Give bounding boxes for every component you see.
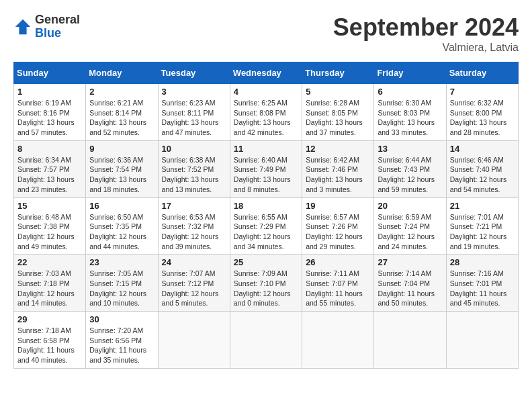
- day-number: 9: [89, 144, 154, 154]
- calendar-cell: 20Sunrise: 6:59 AM Sunset: 7:24 PM Dayli…: [374, 197, 446, 255]
- day-info: Sunrise: 6:32 AM Sunset: 8:00 PM Dayligh…: [450, 98, 515, 138]
- month-title: September 2024: [333, 13, 519, 42]
- calendar-header-saturday: Saturday: [446, 62, 518, 84]
- day-info: Sunrise: 7:14 AM Sunset: 7:04 PM Dayligh…: [378, 269, 442, 308]
- day-info: Sunrise: 6:57 AM Sunset: 7:26 PM Dayligh…: [306, 212, 370, 252]
- calendar-cell: 22Sunrise: 7:03 AM Sunset: 7:18 PM Dayli…: [14, 255, 86, 312]
- day-number: 30: [89, 314, 154, 324]
- calendar-cell: 10Sunrise: 6:38 AM Sunset: 7:52 PM Dayli…: [158, 140, 230, 197]
- day-number: 22: [17, 257, 82, 267]
- calendar-header-row: SundayMondayTuesdayWednesdayThursdayFrid…: [14, 62, 519, 84]
- day-info: Sunrise: 7:07 AM Sunset: 7:12 PM Dayligh…: [162, 269, 226, 308]
- day-info: Sunrise: 6:36 AM Sunset: 7:54 PM Dayligh…: [89, 155, 154, 195]
- day-info: Sunrise: 7:16 AM Sunset: 7:01 PM Dayligh…: [450, 269, 515, 308]
- calendar-cell: 30Sunrise: 7:20 AM Sunset: 6:56 PM Dayli…: [86, 312, 158, 369]
- day-number: 13: [378, 144, 442, 154]
- day-number: 24: [162, 257, 226, 267]
- calendar-cell: [446, 312, 518, 369]
- day-number: 1: [17, 87, 82, 97]
- day-number: 17: [162, 201, 226, 211]
- calendar-cell: 5Sunrise: 6:28 AM Sunset: 8:05 PM Daylig…: [302, 84, 374, 141]
- calendar-cell: 26Sunrise: 7:11 AM Sunset: 7:07 PM Dayli…: [302, 255, 374, 312]
- day-number: 10: [162, 144, 226, 154]
- calendar-cell: 4Sunrise: 6:25 AM Sunset: 8:08 PM Daylig…: [230, 84, 302, 141]
- day-info: Sunrise: 6:25 AM Sunset: 8:08 PM Dayligh…: [234, 98, 298, 138]
- calendar-cell: 6Sunrise: 6:30 AM Sunset: 8:03 PM Daylig…: [374, 84, 446, 141]
- day-info: Sunrise: 7:18 AM Sunset: 6:58 PM Dayligh…: [17, 326, 82, 365]
- calendar-cell: 24Sunrise: 7:07 AM Sunset: 7:12 PM Dayli…: [158, 255, 230, 312]
- calendar-cell: 23Sunrise: 7:05 AM Sunset: 7:15 PM Dayli…: [86, 255, 158, 312]
- logo-general: General: [35, 13, 80, 27]
- day-number: 21: [450, 201, 515, 211]
- day-info: Sunrise: 6:38 AM Sunset: 7:52 PM Dayligh…: [162, 155, 226, 195]
- day-info: Sunrise: 6:55 AM Sunset: 7:29 PM Dayligh…: [234, 212, 298, 252]
- calendar-cell: 27Sunrise: 7:14 AM Sunset: 7:04 PM Dayli…: [374, 255, 446, 312]
- calendar-cell: 14Sunrise: 6:46 AM Sunset: 7:40 PM Dayli…: [446, 140, 518, 197]
- calendar-cell: 12Sunrise: 6:42 AM Sunset: 7:46 PM Dayli…: [302, 140, 374, 197]
- day-number: 23: [89, 257, 154, 267]
- calendar-cell: [158, 312, 230, 369]
- calendar-cell: 16Sunrise: 6:50 AM Sunset: 7:35 PM Dayli…: [86, 197, 158, 255]
- calendar-cell: [302, 312, 374, 369]
- calendar-header-sunday: Sunday: [14, 62, 86, 84]
- day-info: Sunrise: 6:59 AM Sunset: 7:24 PM Dayligh…: [378, 212, 442, 252]
- calendar-week-5: 29Sunrise: 7:18 AM Sunset: 6:58 PM Dayli…: [14, 312, 519, 369]
- day-number: 28: [450, 257, 515, 267]
- day-info: Sunrise: 6:50 AM Sunset: 7:35 PM Dayligh…: [89, 212, 154, 252]
- calendar-cell: 11Sunrise: 6:40 AM Sunset: 7:49 PM Dayli…: [230, 140, 302, 197]
- day-info: Sunrise: 6:28 AM Sunset: 8:05 PM Dayligh…: [306, 98, 370, 138]
- logo-text: General Blue: [35, 13, 80, 40]
- calendar-cell: 7Sunrise: 6:32 AM Sunset: 8:00 PM Daylig…: [446, 84, 518, 141]
- day-info: Sunrise: 6:19 AM Sunset: 8:16 PM Dayligh…: [17, 98, 82, 138]
- day-info: Sunrise: 6:21 AM Sunset: 8:14 PM Dayligh…: [89, 98, 154, 138]
- day-info: Sunrise: 6:34 AM Sunset: 7:57 PM Dayligh…: [17, 155, 82, 195]
- day-info: Sunrise: 7:20 AM Sunset: 6:56 PM Dayligh…: [89, 326, 154, 365]
- day-number: 12: [306, 144, 370, 154]
- day-number: 15: [17, 201, 82, 211]
- calendar-cell: 15Sunrise: 6:48 AM Sunset: 7:38 PM Dayli…: [14, 197, 86, 255]
- day-number: 3: [162, 87, 226, 97]
- calendar-cell: 2Sunrise: 6:21 AM Sunset: 8:14 PM Daylig…: [86, 84, 158, 141]
- calendar-cell: 3Sunrise: 6:23 AM Sunset: 8:11 PM Daylig…: [158, 84, 230, 141]
- day-number: 26: [306, 257, 370, 267]
- calendar-cell: 25Sunrise: 7:09 AM Sunset: 7:10 PM Dayli…: [230, 255, 302, 312]
- day-number: 6: [378, 87, 442, 97]
- day-number: 16: [89, 201, 154, 211]
- calendar-week-2: 8Sunrise: 6:34 AM Sunset: 7:57 PM Daylig…: [14, 140, 519, 197]
- day-number: 18: [234, 201, 298, 211]
- day-info: Sunrise: 6:23 AM Sunset: 8:11 PM Dayligh…: [162, 98, 226, 138]
- day-info: Sunrise: 6:46 AM Sunset: 7:40 PM Dayligh…: [450, 155, 515, 195]
- day-info: Sunrise: 7:11 AM Sunset: 7:07 PM Dayligh…: [306, 269, 370, 308]
- day-info: Sunrise: 7:09 AM Sunset: 7:10 PM Dayligh…: [234, 269, 298, 308]
- calendar-cell: 21Sunrise: 7:01 AM Sunset: 7:21 PM Dayli…: [446, 197, 518, 255]
- day-number: 4: [234, 87, 298, 97]
- day-number: 14: [450, 144, 515, 154]
- calendar-week-3: 15Sunrise: 6:48 AM Sunset: 7:38 PM Dayli…: [14, 197, 519, 255]
- calendar-cell: 13Sunrise: 6:44 AM Sunset: 7:43 PM Dayli…: [374, 140, 446, 197]
- calendar-header-thursday: Thursday: [302, 62, 374, 84]
- calendar-cell: 29Sunrise: 7:18 AM Sunset: 6:58 PM Dayli…: [14, 312, 86, 369]
- calendar-week-4: 22Sunrise: 7:03 AM Sunset: 7:18 PM Dayli…: [14, 255, 519, 312]
- calendar-cell: 8Sunrise: 6:34 AM Sunset: 7:57 PM Daylig…: [14, 140, 86, 197]
- day-info: Sunrise: 6:48 AM Sunset: 7:38 PM Dayligh…: [17, 212, 82, 252]
- calendar-cell: [374, 312, 446, 369]
- logo-icon: [13, 17, 32, 36]
- logo: General Blue: [13, 13, 80, 40]
- day-info: Sunrise: 7:01 AM Sunset: 7:21 PM Dayligh…: [450, 212, 515, 252]
- location: Valmiera, Latvia: [333, 42, 519, 54]
- calendar-cell: 1Sunrise: 6:19 AM Sunset: 8:16 PM Daylig…: [14, 84, 86, 141]
- day-info: Sunrise: 7:03 AM Sunset: 7:18 PM Dayligh…: [17, 269, 82, 308]
- day-info: Sunrise: 6:40 AM Sunset: 7:49 PM Dayligh…: [234, 155, 298, 195]
- logo-blue: Blue: [35, 27, 80, 40]
- day-info: Sunrise: 7:05 AM Sunset: 7:15 PM Dayligh…: [89, 269, 154, 308]
- day-number: 2: [89, 87, 154, 97]
- calendar-header-friday: Friday: [374, 62, 446, 84]
- svg-marker-0: [15, 19, 30, 34]
- calendar-week-1: 1Sunrise: 6:19 AM Sunset: 8:16 PM Daylig…: [14, 84, 519, 141]
- calendar-cell: [230, 312, 302, 369]
- day-info: Sunrise: 6:30 AM Sunset: 8:03 PM Dayligh…: [378, 98, 442, 138]
- calendar-cell: 19Sunrise: 6:57 AM Sunset: 7:26 PM Dayli…: [302, 197, 374, 255]
- day-info: Sunrise: 6:42 AM Sunset: 7:46 PM Dayligh…: [306, 155, 370, 195]
- calendar-header-tuesday: Tuesday: [158, 62, 230, 84]
- day-number: 7: [450, 87, 515, 97]
